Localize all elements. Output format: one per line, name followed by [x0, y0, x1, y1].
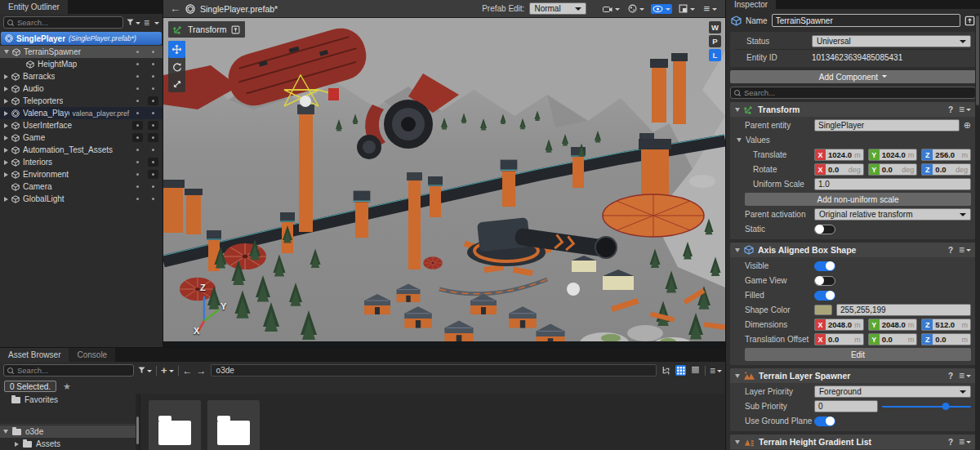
add-component-button[interactable]: Add Component	[730, 70, 976, 83]
outliner-row-barracks[interactable]: Barracks	[0, 70, 163, 82]
inspector-scrollbar[interactable]	[975, 14, 980, 450]
gradient-list-header[interactable]: Terrain Height Gradient List ?≡	[730, 434, 976, 449]
prefab-edit-mode-dropdown[interactable]: Normal	[529, 2, 586, 15]
help-icon[interactable]: ?	[948, 438, 953, 447]
visibility-toggle[interactable]	[132, 121, 143, 130]
use-ground-plane-toggle[interactable]	[814, 417, 835, 426]
component-menu-icon[interactable]: ≡	[959, 244, 971, 256]
grid-view-icon[interactable]	[675, 365, 686, 376]
outliner-row-interiors[interactable]: Interiors	[0, 156, 163, 168]
translate-y-field[interactable]: Y1024.0m	[868, 149, 918, 161]
move-tool-button[interactable]	[168, 41, 185, 58]
transform-header[interactable]: Transform ?≡	[730, 102, 976, 117]
dimensions-z-field[interactable]: Z512.0m	[921, 319, 971, 331]
folder-tile[interactable]	[149, 400, 201, 450]
selected-count-button[interactable]: 0 Selected.	[4, 381, 56, 392]
game-view-toggle[interactable]	[814, 276, 835, 286]
expand-caret-icon[interactable]	[4, 111, 8, 116]
visibility-toggle[interactable]	[132, 84, 143, 93]
help-icon[interactable]: ?	[948, 105, 953, 114]
filter-icon[interactable]	[127, 19, 140, 26]
lock-toggle[interactable]	[148, 194, 158, 203]
entity-picker-icon[interactable]: ⊕	[964, 121, 971, 130]
lock-toggle[interactable]	[148, 96, 158, 105]
rotate-z-field[interactable]: Z0.0deg	[921, 163, 971, 176]
outliner-row-audio[interactable]: Audio	[0, 82, 163, 95]
component-menu-icon[interactable]: ≡	[959, 436, 971, 448]
box-shape-header[interactable]: Axis Aligned Box Shape ?≡	[730, 243, 976, 257]
outliner-row-userinterface[interactable]: UserInterface	[0, 119, 163, 131]
viewport-menu-icon[interactable]: ≡	[702, 2, 719, 15]
outliner-search-input[interactable]	[17, 18, 119, 27]
rotate-tool-button[interactable]	[168, 58, 185, 75]
offset-z-field[interactable]: Z0.0m	[921, 333, 971, 345]
favorite-star-icon[interactable]: ★	[63, 381, 71, 392]
expand-caret-icon[interactable]	[4, 99, 8, 104]
3d-scene-canvas[interactable]	[163, 18, 725, 347]
tree-scrollbar[interactable]	[136, 394, 140, 450]
visibility-toggle[interactable]	[132, 60, 143, 69]
add-non-uniform-scale-button[interactable]: Add non-uniform scale	[745, 193, 971, 206]
component-menu-icon[interactable]: ≡	[959, 104, 971, 115]
push-to-prefab-icon[interactable]	[964, 16, 975, 26]
layout-frame-icon[interactable]	[677, 3, 697, 14]
outliner-row-teleporters[interactable]: Teleporters	[0, 95, 163, 107]
component-menu-icon[interactable]: ≡	[959, 370, 971, 381]
asset-search-input[interactable]	[17, 366, 130, 375]
outliner-menu-icon[interactable]: ≡	[144, 17, 149, 29]
values-caret-icon[interactable]	[737, 138, 742, 142]
world-sphere-icon[interactable]	[626, 3, 646, 14]
expand-caret-icon[interactable]	[4, 172, 8, 177]
inspector-search-input[interactable]	[744, 88, 972, 97]
entity-name-input[interactable]	[772, 14, 960, 27]
visibility-toggle[interactable]	[132, 96, 143, 105]
lock-toggle[interactable]	[148, 47, 158, 56]
static-toggle[interactable]	[814, 225, 835, 234]
add-asset-icon[interactable]: +	[161, 364, 174, 376]
filled-toggle[interactable]	[814, 291, 835, 301]
asset-search[interactable]	[3, 364, 134, 376]
dimensions-x-field[interactable]: X2048.0m	[814, 319, 864, 331]
status-dropdown[interactable]: Universal	[812, 35, 971, 47]
visibility-toggle[interactable]	[132, 145, 143, 154]
visible-toggle[interactable]	[814, 261, 835, 271]
sub-priority-field[interactable]: 0	[814, 400, 878, 412]
folder-row-assets[interactable]: Assets	[0, 438, 140, 450]
nav-back-icon[interactable]: ←	[183, 366, 193, 376]
terrain-spawner-header[interactable]: Terrain Layer Spawner ?≡	[730, 368, 976, 383]
parent-activation-dropdown[interactable]: Original relative transform	[814, 208, 971, 221]
shape-color-field[interactable]: 255,255,199	[836, 304, 971, 316]
offset-y-field[interactable]: Y0.0m	[868, 333, 918, 345]
outliner-row-camera[interactable]: Camera	[0, 180, 163, 193]
outliner-row-environment[interactable]: Environment	[0, 168, 163, 180]
folder-tile[interactable]	[207, 400, 260, 450]
expand-caret-icon[interactable]	[4, 123, 8, 128]
help-icon[interactable]: ?	[948, 372, 953, 381]
offset-x-field[interactable]: X0.0m	[814, 333, 864, 345]
visibility-toggle[interactable]	[132, 170, 143, 179]
visibility-toggle[interactable]	[132, 72, 143, 81]
outliner-row-terrainspawner[interactable]: TerrainSpawner	[0, 46, 163, 58]
expand-caret-icon[interactable]	[4, 87, 8, 91]
favorites-row[interactable]: Favorites	[0, 394, 140, 406]
visibility-eye-icon[interactable]	[651, 4, 672, 14]
scale-tool-button[interactable]	[168, 75, 185, 92]
lock-toggle[interactable]	[148, 182, 158, 191]
translate-x-field[interactable]: X1024.0m	[814, 149, 864, 161]
expand-caret-icon[interactable]	[3, 430, 8, 434]
expand-caret-icon[interactable]	[4, 197, 8, 202]
dimensions-y-field[interactable]: Y2048.0m	[868, 319, 918, 331]
lock-toggle[interactable]	[148, 145, 158, 154]
camera-icon[interactable]	[601, 4, 621, 14]
visibility-toggle[interactable]	[132, 182, 143, 191]
breadcrumb[interactable]: o3de	[211, 364, 657, 376]
edit-box-button[interactable]: Edit	[745, 348, 971, 361]
outliner-row-singleplayer[interactable]: SinglePlayer (SinglePlayer.prefab*)	[1, 32, 162, 45]
parent-entity-field[interactable]: SinglePlayer	[814, 119, 960, 131]
outliner-row-heightmap[interactable]: HeightMap	[0, 58, 163, 70]
visibility-toggle[interactable]	[132, 158, 143, 167]
lock-toggle[interactable]	[148, 72, 158, 81]
folder-row-o3de[interactable]: o3de	[0, 425, 140, 438]
visibility-toggle[interactable]	[132, 194, 143, 203]
visibility-toggle[interactable]	[132, 47, 143, 56]
